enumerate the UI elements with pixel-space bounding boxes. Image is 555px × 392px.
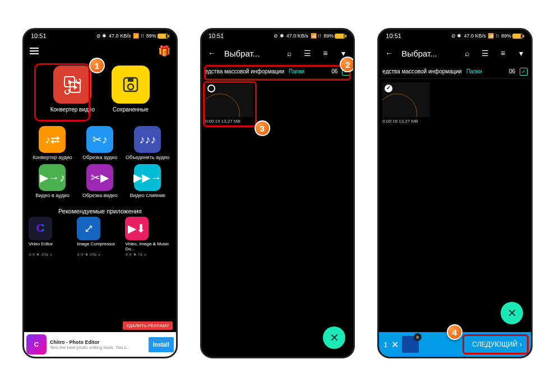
hamburger-icon[interactable] [30,48,39,54]
rec-app[interactable]: C Video Editor 4.9 ★ 45k ± [29,217,75,257]
picker-header: ← Выбрат... ⌕ ☰ ≡ ▾ [202,42,354,64]
close-fab[interactable]: ✕ [323,326,345,349]
back-icon[interactable]: ← [383,49,395,58]
battery-icon: 89% [146,33,169,39]
ad-subtitle: 'fers the best photo editing tools. You … [50,345,149,350]
tile-label: Сохраненные [113,106,149,113]
tile-audio-converter[interactable]: ♪⇄ Конвертер аудио [30,126,75,161]
clear-selection-icon[interactable]: ✕ [391,339,399,350]
more-icon[interactable]: ▾ [515,49,526,58]
status-bar: 10:51 ⊘ ✱47.0 KB/s📶 ⁝⁝ 89% [379,30,531,42]
bottom-ad-banner[interactable]: C Chitro - Photo Editor 'fers the best p… [24,332,176,357]
tile-audio-merge[interactable]: ♪♪♪ Объединить аудио [125,126,170,161]
phone-screen-2: 10:51 ⊘ ✱47.0 KB/s📶 ⁝⁝ 89% ← Выбрат... ⌕… [200,28,355,358]
close-fab[interactable]: ✕ [501,302,523,324]
highlight-1 [34,63,90,122]
phone-screen-1: 10:51 ⊘ ✱ 47.0 KB/s 📶 ⁝⁝ 89% 🎁 Конвертер… [22,28,178,358]
marker-2: 2 [340,57,355,72]
search-icon[interactable]: ⌕ [284,49,295,58]
tile-video-to-audio[interactable]: ▶→♪ Видео в аудио [30,164,75,199]
status-bar: 10:51 ⊘ ✱47.0 KB/s📶 ⁝⁝ 89% [202,30,354,42]
svg-rect-5 [128,78,133,82]
tile-saved[interactable]: Сохраненные [112,66,150,113]
remove-ads-button[interactable]: УДАЛИТЬ РЕКЛАМУ [123,321,173,330]
rec-app[interactable]: ▶⬇ Video, Image & Music Do... 4.9 ★ 7k ± [125,217,171,257]
marker-3: 3 [255,120,270,136]
video-thumb-selected[interactable]: 0:00:19 13,27 MB [382,82,430,124]
tile-audio-trim[interactable]: ✂♪ Обрезка аудио [77,126,123,161]
picker-title: Выбрат... [224,49,278,58]
view-icon[interactable]: ☰ [479,49,491,58]
gift-icon[interactable]: 🎁 [158,45,170,57]
back-icon[interactable]: ← [206,49,218,58]
status-time: 10:51 [31,32,47,39]
selected-count: 1 [383,340,387,349]
phone-screen-3: 10:51 ⊘ ✱47.0 KB/s📶 ⁝⁝ 89% ← Выбрат... ⌕… [377,28,533,358]
sort-icon[interactable]: ≡ [320,49,331,58]
picker-header: ← Выбрат... ⌕ ☰ ≡ ▾ [379,42,531,64]
marker-4: 4 [447,324,462,340]
tile-video-trim[interactable]: ✂▶ Обрезка видео [77,164,123,199]
selected-thumb[interactable] [402,336,419,353]
recommended-title: Рекомендуемые приложения [24,208,176,214]
tab-media[interactable]: едства массовой информации [382,68,461,74]
svg-point-6 [128,84,133,90]
highlight-3 [203,81,257,127]
install-button[interactable]: Install [149,337,174,352]
select-circle-checked[interactable] [385,85,392,92]
highlight-2 [204,65,351,81]
select-all-icon[interactable]: ✓ [520,68,528,76]
tile-video-merge[interactable]: ▶▶→ Видео слияние [125,164,170,199]
search-icon[interactable]: ⌕ [461,49,473,58]
recommended-apps: C Video Editor 4.9 ★ 45k ± ⤢ Image Compr… [24,217,176,257]
rec-app[interactable]: ⤢ Image Compressor 4.9 ★ 45k ± [77,217,123,257]
picker-tabs: едства массовой информации Папки 06 ✓ [379,64,531,79]
status-right: ⊘ ✱ 47.0 KB/s 📶 ⁝⁝ 89% [96,33,169,39]
app-header: 🎁 [24,42,176,60]
marker-1: 1 [89,58,105,73]
status-bar: 10:51 ⊘ ✱ 47.0 KB/s 📶 ⁝⁝ 89% [24,30,176,42]
tab-folders[interactable]: Папки [466,68,482,74]
ad-app-icon: C [26,334,47,354]
sort-icon[interactable]: ≡ [497,49,508,58]
view-icon[interactable]: ☰ [302,49,313,58]
ad-title: Chitro - Photo Editor [50,339,149,345]
highlight-4 [462,334,529,354]
